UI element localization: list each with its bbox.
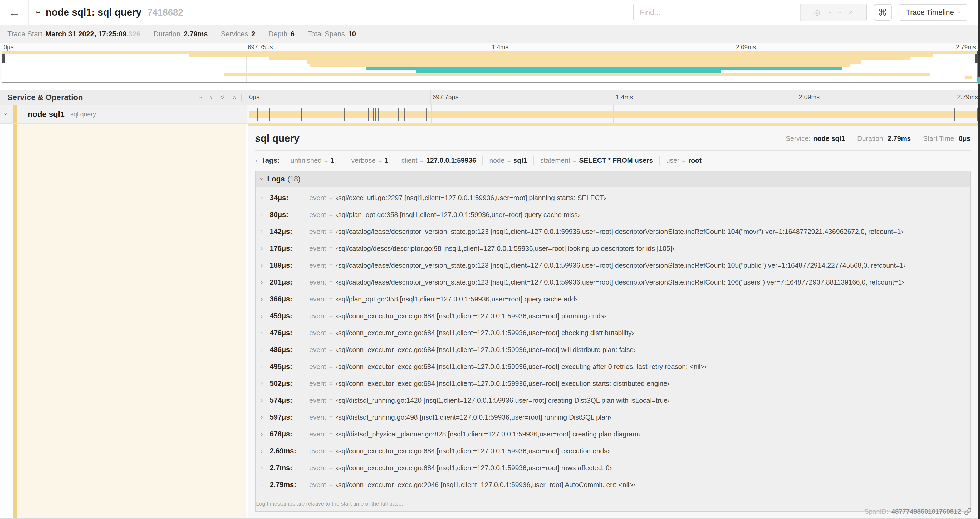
minimap-span-bar[interactable] — [307, 61, 861, 64]
chevron-right-icon[interactable]: › — [261, 313, 270, 319]
span-log-marker[interactable] — [286, 108, 286, 121]
find-previous-icon[interactable]: › — [826, 11, 834, 14]
log-entry[interactable]: › 34μs: event = ‹sql/exec_util.go:2297 [… — [261, 189, 967, 206]
time-axis-label: 0μs — [4, 44, 14, 51]
chevron-right-icon[interactable]: › — [261, 211, 270, 218]
log-entry[interactable]: › 201μs: event = ‹sql/catalog/lease/desc… — [261, 274, 967, 291]
span-operation-name: sql query — [70, 110, 96, 118]
minimap-span-bar[interactable] — [189, 54, 934, 57]
chevron-right-icon[interactable]: › — [261, 228, 270, 235]
span-row-name-cell[interactable]: › node sql1 sql query — [0, 105, 247, 123]
log-entry[interactable]: › 142μs: event = ‹sql/catalog/lease/desc… — [261, 223, 967, 240]
chevron-right-icon[interactable]: › — [261, 465, 270, 471]
expand-one-icon[interactable]: › — [210, 93, 213, 102]
log-entry[interactable]: › 495μs: event = ‹sql/conn_executor_exec… — [261, 358, 967, 375]
log-entry[interactable]: › 678μs: event = ‹sql/distsql_physical_p… — [261, 426, 967, 442]
span-log-marker[interactable] — [301, 108, 302, 121]
span-log-marker[interactable] — [404, 108, 405, 121]
chevron-right-icon[interactable]: › — [261, 447, 270, 455]
log-field-key: event — [309, 413, 326, 422]
find-input[interactable] — [633, 4, 800, 21]
span-expander-icon[interactable]: › — [2, 113, 10, 115]
log-entry[interactable]: › 2.79ms: event = ‹sql/conn_executor_exe… — [261, 476, 967, 493]
back-button[interactable]: ← — [0, 0, 29, 25]
minimap-span-bar[interactable] — [269, 57, 910, 61]
log-field-value: ‹sql/distsql_running.go:498 [nsql1,clien… — [336, 413, 611, 422]
chevron-right-icon[interactable]: › — [261, 380, 270, 387]
chevron-right-icon[interactable]: › — [261, 346, 270, 353]
span-detail-left-fill — [17, 124, 246, 518]
logs-header[interactable]: › Logs (18) — [256, 171, 970, 187]
span-log-marker[interactable] — [378, 108, 379, 121]
minimap-span-bar[interactable] — [417, 70, 721, 73]
chevron-right-icon[interactable]: › — [261, 414, 270, 421]
expand-all-icon[interactable]: » — [232, 93, 237, 102]
locate-icon[interactable]: ◎ — [814, 8, 820, 17]
chevron-right-icon[interactable]: › — [261, 295, 270, 303]
view-selector-button[interactable]: Trace Timeline › — [899, 4, 967, 21]
span-log-marker[interactable] — [398, 108, 399, 121]
span-bar-wrap — [249, 105, 978, 123]
chevron-right-icon[interactable]: › — [261, 363, 270, 370]
log-entry[interactable]: › 2.7ms: event = ‹sql/conn_executor_exec… — [261, 459, 967, 476]
span-log-marker[interactable] — [344, 108, 345, 121]
minimap-span-bar[interactable] — [366, 67, 842, 70]
log-entry[interactable]: › 2.69ms: event = ‹sql/conn_executor_exe… — [261, 442, 967, 459]
span-log-marker[interactable] — [373, 108, 374, 121]
log-entry[interactable]: › 597μs: event = ‹sql/distsql_running.go… — [261, 409, 967, 426]
log-entry[interactable]: › 476μs: event = ‹sql/conn_executor_exec… — [261, 324, 967, 341]
log-entry[interactable]: › 486μs: event = ‹sql/conn_executor_exec… — [261, 341, 967, 358]
log-timestamp: 80μs: — [270, 211, 309, 219]
log-equals: = — [329, 194, 333, 201]
span-log-marker[interactable] — [951, 108, 952, 121]
minimap-canvas[interactable] — [2, 51, 978, 83]
log-entry[interactable]: › 80μs: event = ‹sql/plan_opt.go:358 [ns… — [261, 206, 967, 223]
collapse-all-icon[interactable]: » — [218, 95, 227, 99]
timeline-gridline — [795, 105, 796, 123]
log-entry[interactable]: › 176μs: event = ‹sql/catalog/descs/desc… — [261, 240, 967, 257]
minimap-span-bar[interactable] — [965, 76, 972, 79]
span-log-marker[interactable] — [380, 108, 380, 121]
collapse-trace-chevron-icon[interactable]: › — [34, 11, 44, 14]
deep-link-icon[interactable] — [964, 508, 972, 515]
log-timestamp: 34μs: — [270, 194, 309, 202]
clear-find-icon[interactable]: × — [849, 8, 853, 17]
trace-stat: Total Spans 10 — [301, 30, 362, 38]
span-row[interactable]: › node sql1 sql query — [0, 105, 980, 124]
chevron-right-icon[interactable]: › — [261, 481, 270, 489]
chevron-right-icon[interactable]: › — [261, 262, 270, 269]
collapse-one-icon[interactable]: › — [197, 96, 205, 98]
span-log-marker[interactable] — [269, 108, 270, 121]
span-log-marker[interactable] — [294, 108, 295, 121]
logs-accordion: › Logs (18) › 34μs: event = ‹sql/exec_ut… — [255, 171, 970, 512]
column-resizer[interactable] — [241, 94, 245, 101]
log-entry[interactable]: › 366μs: event = ‹sql/plan_opt.go:358 [n… — [261, 291, 967, 308]
span-row-graph-cell[interactable] — [247, 105, 980, 123]
chevron-right-icon[interactable]: › — [261, 245, 270, 252]
minimap-span-bar[interactable] — [224, 73, 931, 76]
chevron-right-icon[interactable]: › — [255, 157, 257, 164]
span-log-marker[interactable] — [426, 108, 426, 121]
keyboard-shortcuts-button[interactable]: ⌘ — [874, 4, 892, 21]
minimap-span-bar[interactable] — [2, 51, 977, 54]
find-next-icon[interactable]: › — [836, 11, 844, 14]
span-log-marker[interactable] — [258, 108, 258, 121]
chevron-right-icon[interactable]: › — [261, 279, 270, 286]
span-log-marker[interactable] — [954, 108, 955, 121]
tags-row[interactable]: › Tags: _unfinished = 1 _verbose = 1 cli… — [255, 156, 970, 164]
minimap-span-bar[interactable] — [310, 64, 850, 67]
span-log-marker[interactable] — [298, 108, 299, 121]
chevron-right-icon[interactable]: › — [261, 329, 270, 337]
span-log-marker[interactable] — [375, 108, 376, 121]
chevron-right-icon[interactable]: › — [261, 194, 270, 201]
log-entry[interactable]: › 502μs: event = ‹sql/conn_executor_exec… — [261, 375, 967, 392]
span-log-marker[interactable] — [368, 108, 369, 121]
trace-stat-label: Trace Start — [7, 30, 42, 38]
log-entry[interactable]: › 574μs: event = ‹sql/distsql_running.go… — [261, 392, 967, 409]
chevron-right-icon[interactable]: › — [261, 431, 270, 438]
span-meta-item: Service: node sql1 — [786, 134, 845, 143]
chevron-right-icon[interactable]: › — [261, 397, 270, 404]
trace-stat: Services 2 — [214, 30, 262, 38]
log-entry[interactable]: › 459μs: event = ‹sql/conn_executor_exec… — [261, 308, 967, 324]
log-entry[interactable]: › 189μs: event = ‹sql/catalog/lease/desc… — [261, 257, 967, 274]
